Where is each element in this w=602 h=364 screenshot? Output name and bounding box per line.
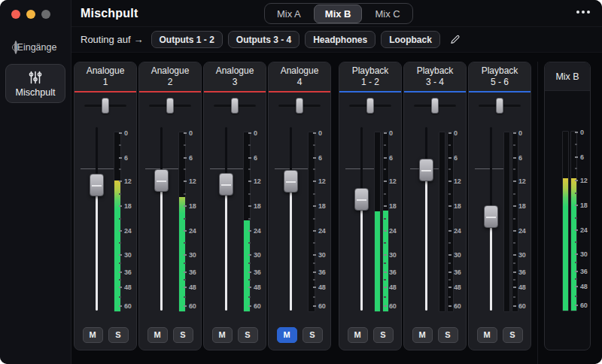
routing-target-outputs-3-4[interactable]: Outputs 3 - 4 [228, 31, 299, 48]
fader-handle[interactable] [219, 173, 233, 196]
fader-track-lower[interactable] [96, 185, 98, 311]
level-meter-bar [374, 132, 381, 312]
solo-button[interactable]: S [173, 327, 193, 343]
scale-tick-minor [448, 242, 451, 244]
channel-strip-analogue-3: Analogue30612182430364860MS [203, 62, 266, 350]
mute-button[interactable]: M [412, 327, 433, 343]
fader-handle[interactable] [154, 169, 169, 192]
master-region: Mix B 0612182430364860 [537, 62, 591, 364]
scale-label: 12 [389, 177, 396, 185]
fader-handle[interactable] [484, 205, 498, 228]
scale-label: 0 [518, 129, 522, 137]
sidebar-item-mischpult[interactable]: Mischpult [5, 64, 65, 103]
scale-tick-minor [184, 168, 186, 170]
scale-tick [448, 230, 451, 232]
fader-track-lower[interactable] [290, 181, 292, 311]
sidebar-item-eingaenge[interactable]: Eingänge [5, 35, 65, 58]
zoom-window-button[interactable] [41, 10, 50, 19]
scale-tick [248, 132, 251, 134]
channel-label: Analogue [151, 65, 190, 76]
mute-button[interactable]: M [83, 327, 103, 343]
scale-label: 18 [318, 202, 325, 210]
solo-button[interactable]: S [108, 327, 129, 343]
mute-button[interactable]: M [212, 327, 233, 343]
scale-tick [513, 287, 516, 288]
scale-label: 60 [580, 302, 587, 309]
tab-mix-a[interactable]: Mix A [266, 5, 312, 23]
pan-handle[interactable] [296, 98, 303, 114]
scale-tick-minor [248, 168, 251, 170]
fader-track-lower[interactable] [225, 184, 227, 311]
scale-label: 6 [254, 154, 257, 162]
fader-handle[interactable] [419, 159, 433, 181]
scale-label: 0 [189, 129, 193, 137]
channel-strip-analogue-1: Analogue10612182430364860MS [74, 62, 137, 350]
channel-label: Analogue [87, 65, 125, 76]
mute-button[interactable]: M [277, 327, 297, 343]
fader-track-lower[interactable] [160, 180, 163, 311]
solo-button[interactable]: S [503, 327, 523, 343]
scale-tick-minor [313, 218, 315, 220]
scale-tick-minor [513, 168, 515, 170]
pan-handle[interactable] [166, 98, 174, 114]
scale-tick [248, 157, 251, 159]
fader-handle[interactable] [354, 188, 369, 211]
mute-button[interactable]: M [348, 327, 368, 343]
tab-mix-c[interactable]: Mix C [363, 5, 411, 23]
mute-button[interactable]: M [147, 327, 168, 343]
scale-label: 48 [518, 284, 525, 291]
channel-number: 2 [168, 77, 173, 87]
channel-number: 3 [233, 77, 238, 87]
scale-tick [184, 254, 187, 256]
fader-track-lower[interactable] [425, 170, 427, 311]
routing-target-headphones[interactable]: Headphones [305, 31, 375, 48]
mixer-sliders-icon [28, 71, 43, 84]
mute-button[interactable]: M [477, 327, 497, 343]
scale-tick-minor [384, 262, 386, 264]
scale-tick-minor [384, 144, 386, 146]
solo-button[interactable]: S [438, 327, 458, 343]
scale-label: 18 [189, 202, 196, 210]
routing-target-outputs-1-2[interactable]: Outputs 1 - 2 [151, 31, 223, 48]
tab-mix-b[interactable]: Mix B [314, 5, 363, 23]
scale-tick [384, 157, 387, 159]
meter-scale: 0612182430364860 [384, 132, 400, 312]
solo-button[interactable]: S [373, 327, 394, 343]
routing-target-loopback[interactable]: Loopback [381, 31, 440, 48]
scale-tick-minor [448, 296, 451, 298]
more-menu-icon[interactable] [576, 11, 590, 14]
pan-handle[interactable] [102, 98, 109, 114]
channel-name: Analogue3 [204, 62, 266, 91]
scale-tick-minor [313, 144, 315, 146]
pan-handle[interactable] [231, 98, 239, 114]
scale-tick [184, 132, 187, 134]
edit-pencil-icon[interactable] [449, 34, 461, 45]
fader-track-lower[interactable] [490, 217, 492, 311]
solo-button[interactable]: S [303, 327, 323, 343]
scale-tick [513, 132, 516, 134]
scale-tick [513, 254, 516, 256]
scale-tick-minor [313, 279, 315, 281]
pan-handle[interactable] [366, 98, 374, 114]
scale-label: 30 [254, 251, 260, 259]
minimize-window-button[interactable] [26, 10, 35, 19]
scale-tick-minor [119, 279, 121, 281]
scale-label: 0 [580, 129, 584, 136]
scale-label: 6 [389, 154, 393, 162]
scale-label: 6 [124, 154, 128, 162]
pan-handle[interactable] [431, 98, 439, 114]
scale-tick [384, 132, 387, 134]
scale-tick-minor [119, 242, 121, 244]
solo-button[interactable]: S [238, 327, 258, 343]
fader-handle[interactable] [90, 174, 104, 196]
scale-label: 18 [454, 202, 461, 210]
scale-tick [119, 271, 122, 273]
scale-label: 12 [124, 177, 131, 185]
pan-handle[interactable] [496, 98, 503, 114]
fader-handle[interactable] [284, 170, 298, 193]
scale-label: 48 [189, 284, 196, 291]
close-window-button[interactable] [11, 10, 20, 19]
scale-tick-minor [248, 242, 251, 244]
fader-track-lower[interactable] [360, 199, 363, 311]
scale-tick-minor [119, 144, 121, 146]
